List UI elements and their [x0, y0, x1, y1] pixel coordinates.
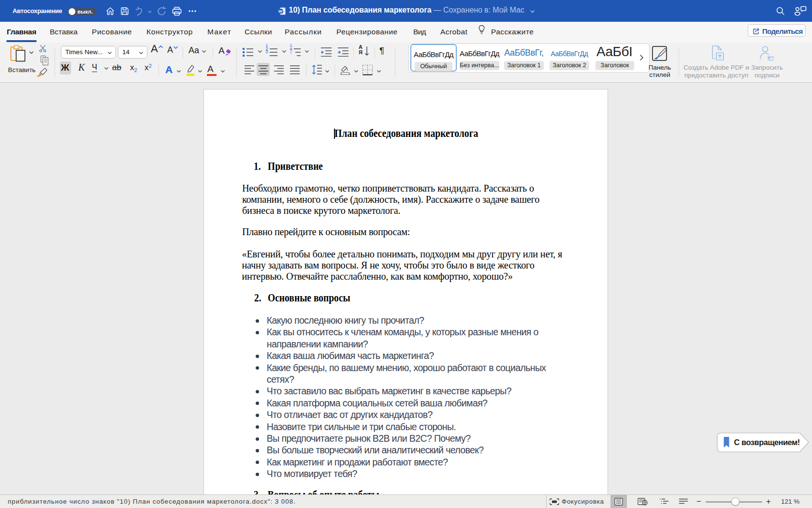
svg-text:W: W	[278, 9, 282, 14]
